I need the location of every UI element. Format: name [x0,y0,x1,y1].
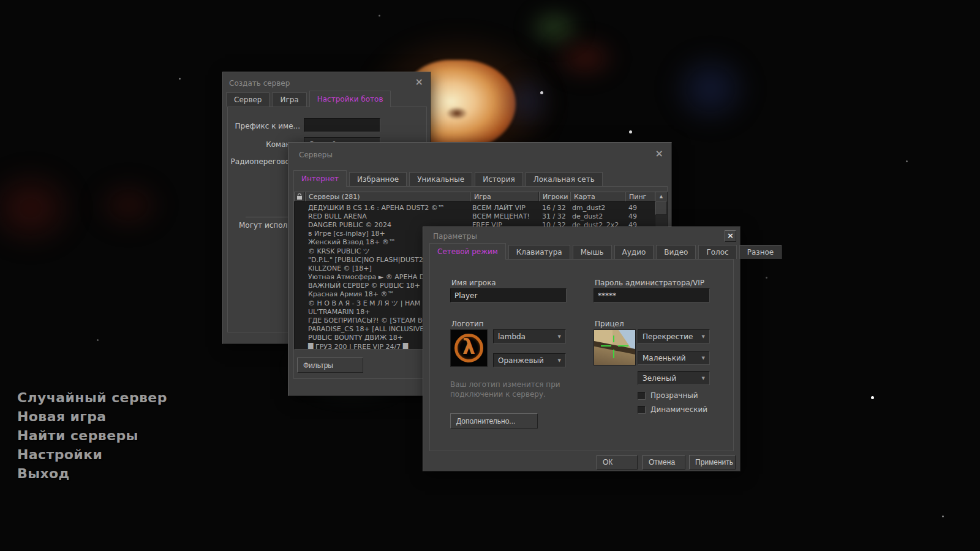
dynamic-checkbox-label: Динамический [650,405,707,414]
starfield [0,0,2,2]
tab[interactable]: Клавиатура [508,245,570,259]
logo-name-dropdown[interactable]: lambda [493,329,566,343]
crosshair-type-dropdown[interactable]: Перекрестие [638,329,710,343]
close-icon[interactable]: × [725,230,736,242]
crosshair-size-value: Маленький [643,354,686,362]
crosshair-segment [613,350,614,358]
crosshair-type-value: Перекрестие [643,332,693,341]
main-menu-item[interactable]: Новая игра [17,409,167,425]
crosshair-color-dropdown[interactable]: Зеленый [638,371,710,385]
translucent-checkbox[interactable] [638,392,646,400]
server-players: 31 / 32 [540,212,571,220]
server-players: 16 / 32 [540,204,571,212]
server-row[interactable]: ДЕДУШКИ В CS 1.6 : АРЕНА DUST2 ©™ ВСЕМ Л… [295,203,655,212]
logo-color-dropdown[interactable]: Оранжевый [493,353,566,367]
tab[interactable]: Уникальные [409,172,472,186]
server-map: dm_dust2 [571,204,626,212]
options-tabs: Сетевой режимКлавиатураМышьАудиоВидеоГол… [429,242,784,259]
tab[interactable]: Сервер [226,92,270,107]
tab[interactable]: Игра [272,92,306,107]
main-menu-item[interactable]: Случайный сервер [17,390,167,407]
crosshair-size-dropdown[interactable]: Маленький [638,351,710,365]
column-header-game[interactable]: Игра [470,192,539,201]
options-window: Параметры × Сетевой режимКлавиатураМышьА… [423,227,741,471]
tab[interactable]: История [475,172,523,186]
dynamic-checkbox[interactable] [638,406,646,414]
server-map: de_dust2 [571,212,626,220]
tab[interactable]: Локальная сеть [526,172,603,186]
red-glow [551,37,619,80]
logo-name-value: lambda [498,332,526,341]
crosshair-segment [618,345,628,347]
main-menu-item[interactable]: Найти серверы [17,428,167,444]
options-title: Параметры [433,232,477,241]
tab[interactable]: Интернет [293,170,347,187]
server-row[interactable]: RED BULL ARENA ВСЕМ МЕЦЕНАТ! 31 / 32 de_… [295,212,655,220]
green-glow [527,9,582,46]
server-ping: 49 [626,212,655,220]
server-name: ДЕДУШКИ В CS 1.6 : АРЕНА DUST2 ©™ [306,204,471,212]
tab[interactable]: Видео [656,245,696,259]
close-icon[interactable]: × [415,78,423,86]
blue-glow [668,49,753,129]
tab[interactable]: Аудио [614,245,654,259]
server-ping: 49 [626,204,655,212]
crosshair-color-value: Зеленый [643,374,676,383]
scrollbar-up-button[interactable] [655,192,668,201]
main-menu: Случайный серверНовая играНайти серверыН… [17,390,167,485]
lock-icon [297,196,302,200]
tab[interactable]: Мышь [573,245,612,259]
lambda-logo-preview: λ [450,329,488,367]
crosshair-preview [594,329,636,365]
lambda-glyph: λ [451,335,487,359]
create-server-title: Создать сервер [229,79,290,88]
server-name: RED BULL ARENA [306,212,471,220]
apply-button[interactable]: Применить [689,455,736,470]
ok-button[interactable]: ОК [597,455,638,470]
tab[interactable]: Голос [698,245,736,259]
column-header-players[interactable]: Игроки [539,192,570,201]
red-nebula-left2 [92,178,165,233]
player-name-input[interactable] [450,288,567,302]
column-header-ping[interactable]: Пинг [625,192,655,201]
close-icon[interactable]: × [655,149,663,158]
tab[interactable]: Разное [739,245,782,259]
server-game: ВСЕМ ЛАЙТ VIP [471,204,540,212]
cancel-button[interactable]: Отмена [643,455,685,470]
scrollbar-thumb[interactable] [655,201,667,215]
tab[interactable]: Сетевой режим [429,243,506,260]
main-menu-item[interactable]: Выход [17,466,167,482]
servers-tabs: ИнтернетИзбранноеУникальныеИсторияЛокаль… [293,170,605,186]
lock-column-header[interactable] [294,192,305,201]
logo-color-value: Оранжевый [498,356,544,365]
translucent-checkbox-label: Прозрачный [650,391,698,400]
red-nebula-left [0,165,80,251]
server-game: ВСЕМ МЕЦЕНАТ! [471,212,540,220]
server-table-header: Серверы (281) Игра Игроки Карта Пинг [294,192,655,201]
main-menu-item[interactable]: Настройки [17,447,167,463]
column-header-name[interactable]: Серверы (281) [305,192,470,201]
advanced-button[interactable]: Дополнительно... [450,413,538,429]
crosshair-segment [613,335,614,342]
tab[interactable]: Избранное [349,172,407,186]
crosshair-segment [601,345,611,347]
servers-title: Серверы [299,151,333,159]
admin-password-input[interactable] [594,288,710,302]
column-header-map[interactable]: Карта [570,192,625,201]
create-server-tabs: СерверИграНастройки ботов [226,90,393,107]
game-background: Случайный серверНовая играНайти серверыН… [0,0,980,551]
tab[interactable]: Настройки ботов [309,91,391,107]
